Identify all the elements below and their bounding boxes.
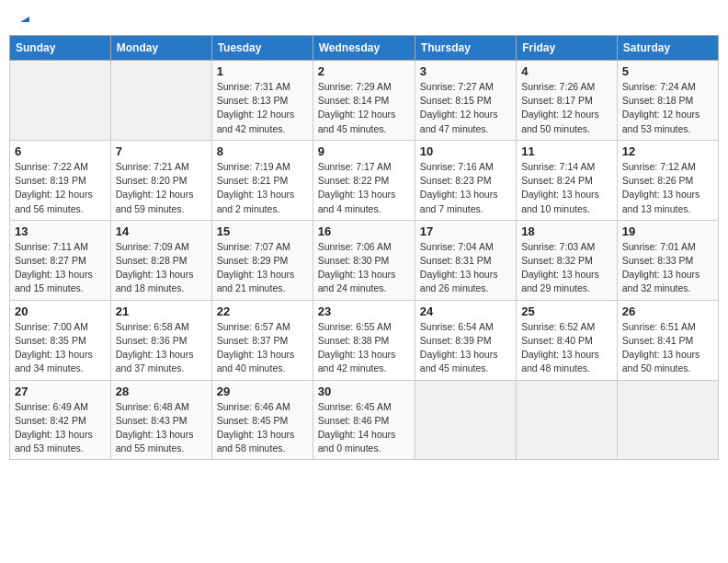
- logo-triangle-icon: [18, 11, 31, 24]
- page-header: [9, 9, 719, 28]
- calendar-cell: [110, 61, 211, 141]
- calendar-cell: 8Sunrise: 7:19 AM Sunset: 8:21 PM Daylig…: [211, 140, 313, 220]
- calendar-cell: 17Sunrise: 7:04 AM Sunset: 8:31 PM Dayli…: [415, 220, 516, 300]
- calendar-cell: 24Sunrise: 6:54 AM Sunset: 8:39 PM Dayli…: [415, 300, 516, 380]
- weekday-header-sunday: Sunday: [10, 36, 111, 61]
- day-number: 10: [420, 144, 511, 158]
- day-number: 15: [217, 224, 308, 238]
- day-number: 16: [318, 224, 410, 238]
- calendar-cell: 25Sunrise: 6:52 AM Sunset: 8:40 PM Dayli…: [517, 300, 618, 380]
- day-number: 14: [116, 224, 207, 238]
- day-number: 6: [15, 144, 106, 158]
- calendar-cell: 12Sunrise: 7:12 AM Sunset: 8:26 PM Dayli…: [617, 140, 718, 220]
- calendar-cell: 1Sunrise: 7:31 AM Sunset: 8:13 PM Daylig…: [211, 61, 313, 141]
- week-row-3: 13Sunrise: 7:11 AM Sunset: 8:27 PM Dayli…: [10, 220, 719, 300]
- day-info: Sunrise: 6:45 AM Sunset: 8:46 PM Dayligh…: [318, 400, 410, 456]
- calendar-cell: 20Sunrise: 7:00 AM Sunset: 8:35 PM Dayli…: [10, 300, 111, 380]
- week-row-1: 1Sunrise: 7:31 AM Sunset: 8:13 PM Daylig…: [10, 61, 719, 141]
- day-info: Sunrise: 7:03 AM Sunset: 8:32 PM Dayligh…: [521, 240, 612, 296]
- calendar-cell: 29Sunrise: 6:46 AM Sunset: 8:45 PM Dayli…: [211, 380, 313, 460]
- calendar-cell: 22Sunrise: 6:57 AM Sunset: 8:37 PM Dayli…: [211, 300, 313, 380]
- calendar-cell: 30Sunrise: 6:45 AM Sunset: 8:46 PM Dayli…: [313, 380, 415, 460]
- day-info: Sunrise: 6:49 AM Sunset: 8:42 PM Dayligh…: [15, 400, 106, 456]
- day-number: 26: [622, 304, 713, 318]
- day-info: Sunrise: 6:54 AM Sunset: 8:39 PM Dayligh…: [420, 320, 511, 376]
- day-number: 3: [420, 64, 511, 78]
- day-info: Sunrise: 6:58 AM Sunset: 8:36 PM Dayligh…: [116, 320, 207, 376]
- calendar-cell: 23Sunrise: 6:55 AM Sunset: 8:38 PM Dayli…: [313, 300, 415, 380]
- day-info: Sunrise: 7:27 AM Sunset: 8:15 PM Dayligh…: [420, 80, 511, 136]
- day-info: Sunrise: 7:12 AM Sunset: 8:26 PM Dayligh…: [622, 160, 713, 216]
- day-info: Sunrise: 6:57 AM Sunset: 8:37 PM Dayligh…: [217, 320, 308, 376]
- weekday-header-thursday: Thursday: [415, 36, 516, 61]
- day-number: 20: [15, 304, 106, 318]
- calendar-table: SundayMondayTuesdayWednesdayThursdayFrid…: [9, 35, 719, 460]
- day-info: Sunrise: 6:55 AM Sunset: 8:38 PM Dayligh…: [318, 320, 410, 376]
- calendar-cell: 14Sunrise: 7:09 AM Sunset: 8:28 PM Dayli…: [110, 220, 211, 300]
- day-number: 21: [116, 304, 207, 318]
- calendar-cell: 21Sunrise: 6:58 AM Sunset: 8:36 PM Dayli…: [110, 300, 211, 380]
- day-info: Sunrise: 7:09 AM Sunset: 8:28 PM Dayligh…: [116, 240, 207, 296]
- day-info: Sunrise: 7:31 AM Sunset: 8:13 PM Dayligh…: [217, 80, 308, 136]
- day-number: 1: [217, 64, 308, 78]
- calendar-cell: 4Sunrise: 7:26 AM Sunset: 8:17 PM Daylig…: [517, 61, 618, 141]
- day-info: Sunrise: 6:46 AM Sunset: 8:45 PM Dayligh…: [217, 400, 308, 456]
- day-info: Sunrise: 7:14 AM Sunset: 8:24 PM Dayligh…: [521, 160, 612, 216]
- calendar-cell: 2Sunrise: 7:29 AM Sunset: 8:14 PM Daylig…: [313, 61, 415, 141]
- calendar-cell: 19Sunrise: 7:01 AM Sunset: 8:33 PM Dayli…: [617, 220, 718, 300]
- day-info: Sunrise: 6:52 AM Sunset: 8:40 PM Dayligh…: [521, 320, 612, 376]
- weekday-header-saturday: Saturday: [617, 36, 718, 61]
- calendar-cell: [617, 380, 718, 460]
- week-row-5: 27Sunrise: 6:49 AM Sunset: 8:42 PM Dayli…: [10, 380, 719, 460]
- calendar-cell: 16Sunrise: 7:06 AM Sunset: 8:30 PM Dayli…: [313, 220, 415, 300]
- day-info: Sunrise: 7:00 AM Sunset: 8:35 PM Dayligh…: [15, 320, 106, 376]
- day-info: Sunrise: 7:24 AM Sunset: 8:18 PM Dayligh…: [622, 80, 713, 136]
- day-info: Sunrise: 7:26 AM Sunset: 8:17 PM Dayligh…: [521, 80, 612, 136]
- calendar-cell: [517, 380, 618, 460]
- day-number: 7: [116, 144, 207, 158]
- day-info: Sunrise: 7:21 AM Sunset: 8:20 PM Dayligh…: [116, 160, 207, 216]
- day-number: 24: [420, 304, 511, 318]
- day-info: Sunrise: 7:01 AM Sunset: 8:33 PM Dayligh…: [622, 240, 713, 296]
- calendar-cell: 15Sunrise: 7:07 AM Sunset: 8:29 PM Dayli…: [211, 220, 313, 300]
- day-number: 25: [521, 304, 612, 318]
- day-info: Sunrise: 6:51 AM Sunset: 8:41 PM Dayligh…: [622, 320, 713, 376]
- calendar-cell: 28Sunrise: 6:48 AM Sunset: 8:43 PM Dayli…: [110, 380, 211, 460]
- day-number: 30: [318, 385, 410, 398]
- calendar-cell: [415, 380, 516, 460]
- calendar-cell: 7Sunrise: 7:21 AM Sunset: 8:20 PM Daylig…: [110, 140, 211, 220]
- calendar-cell: 13Sunrise: 7:11 AM Sunset: 8:27 PM Dayli…: [10, 220, 111, 300]
- day-number: 2: [318, 64, 410, 78]
- day-number: 23: [318, 304, 410, 318]
- calendar-cell: 11Sunrise: 7:14 AM Sunset: 8:24 PM Dayli…: [517, 140, 618, 220]
- calendar-cell: 26Sunrise: 6:51 AM Sunset: 8:41 PM Dayli…: [617, 300, 718, 380]
- weekday-header-tuesday: Tuesday: [211, 36, 313, 61]
- day-number: 22: [217, 304, 308, 318]
- svg-marker-0: [20, 17, 29, 22]
- day-number: 8: [217, 144, 308, 158]
- day-info: Sunrise: 7:19 AM Sunset: 8:21 PM Dayligh…: [217, 160, 308, 216]
- weekday-header-row: SundayMondayTuesdayWednesdayThursdayFrid…: [10, 36, 719, 61]
- calendar-cell: 18Sunrise: 7:03 AM Sunset: 8:32 PM Dayli…: [517, 220, 618, 300]
- calendar-cell: 10Sunrise: 7:16 AM Sunset: 8:23 PM Dayli…: [415, 140, 516, 220]
- calendar-cell: 9Sunrise: 7:17 AM Sunset: 8:22 PM Daylig…: [313, 140, 415, 220]
- day-number: 5: [622, 64, 713, 78]
- day-info: Sunrise: 7:11 AM Sunset: 8:27 PM Dayligh…: [15, 240, 106, 296]
- day-info: Sunrise: 7:22 AM Sunset: 8:19 PM Dayligh…: [15, 160, 106, 216]
- day-info: Sunrise: 7:29 AM Sunset: 8:14 PM Dayligh…: [318, 80, 410, 136]
- day-number: 11: [521, 144, 612, 158]
- weekday-header-wednesday: Wednesday: [313, 36, 415, 61]
- day-info: Sunrise: 7:04 AM Sunset: 8:31 PM Dayligh…: [420, 240, 511, 296]
- calendar-cell: 27Sunrise: 6:49 AM Sunset: 8:42 PM Dayli…: [10, 380, 111, 460]
- day-info: Sunrise: 7:06 AM Sunset: 8:30 PM Dayligh…: [318, 240, 410, 296]
- day-info: Sunrise: 7:16 AM Sunset: 8:23 PM Dayligh…: [420, 160, 511, 216]
- logo: [17, 13, 31, 24]
- day-number: 17: [420, 224, 511, 238]
- day-number: 18: [521, 224, 612, 238]
- day-number: 19: [622, 224, 713, 238]
- weekday-header-monday: Monday: [110, 36, 211, 61]
- day-number: 28: [116, 385, 207, 398]
- week-row-2: 6Sunrise: 7:22 AM Sunset: 8:19 PM Daylig…: [10, 140, 719, 220]
- day-number: 29: [217, 385, 308, 398]
- day-number: 13: [15, 224, 106, 238]
